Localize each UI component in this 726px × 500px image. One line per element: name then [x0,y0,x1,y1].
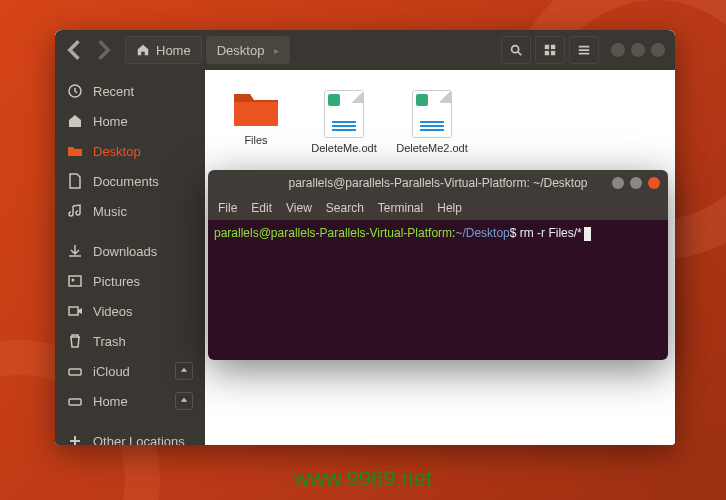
svg-rect-2 [551,45,555,49]
menu-search[interactable]: Search [326,201,364,215]
prompt-user: parallels@parallels-Parallels-Virtual-Pl… [214,226,452,240]
back-button[interactable] [61,36,89,64]
forward-button[interactable] [89,36,117,64]
file-name: DeleteMe.odt [311,142,376,155]
maximize-button[interactable] [631,43,645,57]
sidebar-label: Desktop [93,144,141,159]
sidebar-item-downloads[interactable]: Downloads [55,236,205,266]
view-grid-button[interactable] [535,36,565,64]
maximize-button[interactable] [630,177,642,189]
home-icon [136,43,150,57]
document-icon [324,90,364,138]
path-chip-desktop[interactable]: Desktop ▸ [206,36,291,64]
terminal-title-text: parallels@parallels-Parallels-Virtual-Pl… [288,176,587,190]
svg-rect-1 [545,45,549,49]
sidebar-item-pictures[interactable]: Pictures [55,266,205,296]
sidebar-item-recent[interactable]: Recent [55,76,205,106]
home-icon [67,113,83,129]
eject-button[interactable] [175,392,193,410]
plus-icon [67,433,83,445]
watermark-text: www.9969.net [294,466,432,492]
path-label: Home [156,43,191,58]
file-name: DeleteMe2.odt [396,142,468,155]
sidebar-item-music[interactable]: Music [55,196,205,226]
sidebar-item-videos[interactable]: Videos [55,296,205,326]
document-icon [412,90,452,138]
sidebar-item-documents[interactable]: Documents [55,166,205,196]
sidebar-item-other-locations[interactable]: Other Locations [55,426,205,445]
terminal-window: parallels@parallels-Parallels-Virtual-Pl… [208,170,668,360]
terminal-titlebar[interactable]: parallels@parallels-Parallels-Virtual-Pl… [208,170,668,196]
sidebar-item-trash[interactable]: Trash [55,326,205,356]
cursor [584,227,591,241]
path-chip-home[interactable]: Home [125,36,202,64]
minimize-button[interactable] [611,43,625,57]
terminal-command: rm -r Files/* [516,226,581,240]
svg-rect-8 [69,307,78,315]
close-button[interactable] [651,43,665,57]
sidebar-label: Recent [93,84,134,99]
svg-rect-4 [551,51,555,55]
chevron-right-icon: ▸ [274,45,279,56]
svg-rect-9 [69,369,81,375]
terminal-body[interactable]: parallels@parallels-Parallels-Virtual-Pl… [208,220,668,360]
download-icon [67,243,83,259]
video-icon [67,303,83,319]
menu-help[interactable]: Help [437,201,462,215]
sidebar-label: Music [93,204,127,219]
minimize-button[interactable] [612,177,624,189]
menu-file[interactable]: File [218,201,237,215]
hamburger-menu-button[interactable] [569,36,599,64]
svg-rect-3 [545,51,549,55]
sidebar-label: Home [93,394,128,409]
drive-icon [67,363,83,379]
sidebar: Recent Home Desktop Documents Music Down… [55,70,205,445]
sidebar-label: Home [93,114,128,129]
menu-edit[interactable]: Edit [251,201,272,215]
sidebar-item-home-drive[interactable]: Home [55,386,205,416]
sidebar-label: Videos [93,304,133,319]
drive-icon [67,393,83,409]
music-icon [67,203,83,219]
eject-button[interactable] [175,362,193,380]
file-item-document[interactable]: DeleteMe2.odt [397,90,467,155]
picture-icon [67,273,83,289]
terminal-menubar: File Edit View Search Terminal Help [208,196,668,220]
trash-icon [67,333,83,349]
folder-icon [67,143,83,159]
sidebar-item-home[interactable]: Home [55,106,205,136]
path-label: Desktop [217,43,265,58]
svg-point-7 [72,279,75,282]
folder-icon [232,90,280,130]
file-name: Files [244,134,267,147]
svg-rect-10 [69,399,81,405]
window-controls [611,43,665,57]
sidebar-label: Downloads [93,244,157,259]
sidebar-label: Documents [93,174,159,189]
sidebar-item-desktop[interactable]: Desktop [55,136,205,166]
document-icon [67,173,83,189]
sidebar-item-icloud[interactable]: iCloud [55,356,205,386]
menu-terminal[interactable]: Terminal [378,201,423,215]
close-button[interactable] [648,177,660,189]
sidebar-label: Trash [93,334,126,349]
sidebar-label: Other Locations [93,434,185,446]
prompt-path: ~/Desktop [455,226,509,240]
sidebar-label: Pictures [93,274,140,289]
file-manager-header: Home Desktop ▸ [55,30,675,70]
file-item-document[interactable]: DeleteMe.odt [309,90,379,155]
clock-icon [67,83,83,99]
path-bar: Home Desktop ▸ [125,36,290,64]
svg-point-0 [512,46,519,53]
menu-view[interactable]: View [286,201,312,215]
sidebar-label: iCloud [93,364,130,379]
search-button[interactable] [501,36,531,64]
svg-rect-6 [69,276,81,286]
file-item-folder[interactable]: Files [221,90,291,147]
